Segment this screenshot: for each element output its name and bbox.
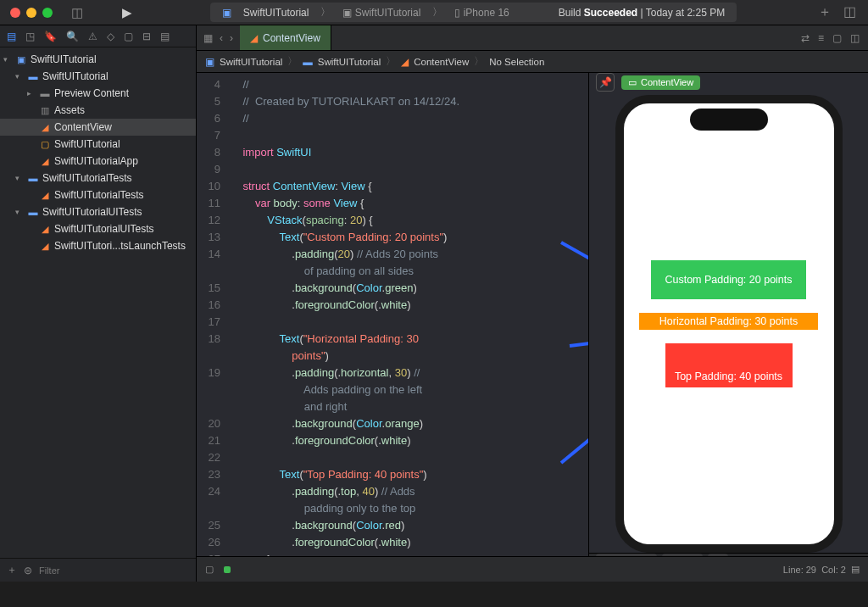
tree-row[interactable]: ▸▬Preview Content xyxy=(0,85,196,102)
crumb-1[interactable]: SwiftUITutorial xyxy=(318,57,381,67)
code-line[interactable]: 15 .background(Color.green) xyxy=(197,280,588,297)
code-line[interactable]: 7 xyxy=(197,127,588,144)
minimize-button[interactable] xyxy=(26,8,36,18)
bottom-panel-icon[interactable]: ▤ xyxy=(851,564,860,575)
zoom-out-icon[interactable]: 🔍 xyxy=(765,554,785,556)
tree-row[interactable]: ◢SwiftUITutorialApp xyxy=(0,153,196,170)
code-line[interactable]: 24 .padding(.top, 40) // Adds xyxy=(197,483,588,500)
disclosure-icon[interactable]: ▸ xyxy=(27,89,36,97)
code-line[interactable]: points") xyxy=(197,348,588,365)
crumb-3[interactable]: No Selection xyxy=(489,57,544,67)
code-line[interactable]: 20 .background(Color.orange) xyxy=(197,415,588,432)
reports-icon[interactable]: ▤ xyxy=(160,31,170,42)
canvas[interactable]: Custom Padding: 20 points Horizontal Pad… xyxy=(589,92,868,553)
code-line[interactable]: 17 xyxy=(197,314,588,331)
filter-icon[interactable]: ⊜ xyxy=(24,565,32,576)
tree-row[interactable]: ▾▣SwiftUITutorial xyxy=(0,51,196,68)
code-line[interactable]: 9 xyxy=(197,161,588,178)
activity-pill[interactable]: ▣ SwiftUITutorial 〉 ▣ SwiftUITutorial 〉 … xyxy=(210,3,737,22)
tree-row[interactable]: ▾▬SwiftUITutorial xyxy=(0,68,196,85)
disclosure-icon[interactable]: ▾ xyxy=(15,72,24,81)
filter-input[interactable] xyxy=(39,565,189,576)
project-navigator-icon[interactable]: ▤ xyxy=(7,31,16,42)
close-button[interactable] xyxy=(10,8,20,18)
run-button[interactable]: ▶ xyxy=(122,5,132,20)
scheme-sep: 〉 xyxy=(432,5,442,19)
code-line[interactable]: 8 import SwiftUI xyxy=(197,144,588,161)
tests-icon[interactable]: ◇ xyxy=(107,31,114,42)
add-icon[interactable]: ＋ xyxy=(818,3,832,21)
sidebar-toggle-icon[interactable]: ◫ xyxy=(71,5,83,20)
find-icon[interactable]: 🔍 xyxy=(66,31,79,42)
source-control-icon[interactable]: ◳ xyxy=(25,31,35,42)
code-line[interactable]: 4 // xyxy=(197,76,588,93)
add-file-icon[interactable]: ＋ xyxy=(7,563,17,577)
pin-icon[interactable]: 📌 xyxy=(596,73,615,92)
inspector-icon[interactable]: ◫ xyxy=(850,32,860,44)
code-line[interactable]: Adds padding on the left xyxy=(197,381,588,398)
selectable-preview-icon[interactable]: ▯ xyxy=(616,554,637,556)
forward-icon[interactable]: › xyxy=(230,32,233,44)
tree-row[interactable]: ◢ContentView xyxy=(0,119,196,136)
tree-row[interactable]: ▢SwiftUITutorial xyxy=(0,136,196,153)
maximize-button[interactable] xyxy=(42,8,53,18)
code-line[interactable]: 5 // Created by TUTORIALKART on 14/12/24… xyxy=(197,93,588,110)
preview-badge[interactable]: ▭ ContentView xyxy=(621,75,700,90)
authors-icon[interactable]: ≡ xyxy=(818,32,824,44)
live-preview-icon[interactable]: ◉ xyxy=(596,554,616,556)
disclosure-icon[interactable]: ▾ xyxy=(15,174,24,182)
back-icon[interactable]: ‹ xyxy=(220,32,223,44)
code-line[interactable]: 25 .background(Color.red) xyxy=(197,517,588,534)
line-number: 16 xyxy=(197,297,231,314)
zoom-fit-icon[interactable]: 🔍 xyxy=(790,554,810,556)
variants-icon[interactable]: ▦ xyxy=(637,554,657,556)
tree-row[interactable]: ▾▬SwiftUITutorialTests xyxy=(0,170,196,187)
code-line[interactable]: 19 .padding(.horizontal, 30) // xyxy=(197,365,588,381)
tab-bar: ▦ ‹ › ◢ ContentView ⇄ ≡ ▢ ◫ xyxy=(197,25,868,51)
debug-area-icon[interactable]: ▢ xyxy=(205,564,214,575)
jump-bar[interactable]: ▣ SwiftUITutorial 〉 ▬ SwiftUITutorial 〉 … xyxy=(197,51,868,73)
tree-row[interactable]: ◢SwiftUITutorialUITests xyxy=(0,220,196,237)
device-settings-icon[interactable]: ▭ xyxy=(662,554,682,556)
code-line[interactable]: 10 struct ContentView: View { xyxy=(197,178,588,195)
code-line[interactable]: 16 .foregroundColor(.white) xyxy=(197,297,588,314)
navigator: ▤ ◳ 🔖 🔍 ⚠ ◇ ▢ ⊟ ▤ ▾▣SwiftUITutorial▾▬Swi… xyxy=(0,25,197,582)
tree-row[interactable]: ▾▬SwiftUITutorialUITests xyxy=(0,203,196,220)
code-line[interactable]: 14 .padding(20) // Adds 20 points xyxy=(197,246,588,263)
assistant-icon[interactable]: ▢ xyxy=(832,32,842,44)
issues-icon[interactable]: ⚠ xyxy=(88,31,97,42)
code-line[interactable]: 26 .foregroundColor(.white) xyxy=(197,534,588,551)
crumb-0[interactable]: SwiftUITutorial xyxy=(220,57,282,67)
tree-row[interactable]: ◢SwiftUITutorialTests xyxy=(0,187,196,203)
file-tree[interactable]: ▾▣SwiftUITutorial▾▬SwiftUITutorial▸▬Prev… xyxy=(0,47,196,558)
disclosure-icon[interactable]: ▾ xyxy=(15,208,24,216)
code-line[interactable]: 12 VStack(spacing: 20) { xyxy=(197,212,588,229)
minimap-icon[interactable]: ⇄ xyxy=(801,32,810,44)
zoom-in-icon[interactable]: 🔍 xyxy=(841,554,861,556)
breakpoints-icon[interactable]: ⊟ xyxy=(142,31,151,42)
related-items-icon[interactable]: ▦ xyxy=(203,32,213,44)
code-line[interactable]: 6 // xyxy=(197,110,588,127)
disclosure-icon[interactable]: ▾ xyxy=(3,55,12,64)
library-icon[interactable]: ◫ xyxy=(843,3,856,21)
tree-row[interactable]: ▥Assets xyxy=(0,102,196,119)
crumb-2[interactable]: ContentView xyxy=(414,57,469,67)
code-line[interactable]: of padding on all sides xyxy=(197,263,588,280)
code-line[interactable]: and right xyxy=(197,398,588,415)
code-line[interactable]: 13 Text("Custom Padding: 20 points") xyxy=(197,229,588,246)
tab-contentview[interactable]: ◢ ContentView xyxy=(240,25,331,50)
code-line[interactable]: 18 Text("Horizontal Padding: 30 xyxy=(197,331,588,348)
zoom-actual-icon[interactable]: 🔍 xyxy=(815,554,836,556)
code-line[interactable]: 27 } xyxy=(197,551,588,556)
code-line[interactable]: padding only to the top xyxy=(197,500,588,517)
code-line[interactable]: 22 xyxy=(197,449,588,466)
code-line[interactable]: 23 Text("Top Padding: 40 points") xyxy=(197,466,588,483)
device-bezel-icon[interactable]: ▯ xyxy=(708,554,728,556)
code-line[interactable]: 21 .foregroundColor(.white) xyxy=(197,432,588,449)
debug-icon[interactable]: ▢ xyxy=(124,31,133,42)
bookmark-icon[interactable]: 🔖 xyxy=(44,31,57,42)
code-line[interactable]: 11 var body: some View { xyxy=(197,195,588,212)
orientation-icon[interactable]: ◐ xyxy=(682,554,703,556)
tree-row[interactable]: ◢SwiftUITutori...tsLaunchTests xyxy=(0,237,196,254)
code-editor[interactable]: 4 //5 // Created by TUTORIALKART on 14/1… xyxy=(197,73,588,556)
